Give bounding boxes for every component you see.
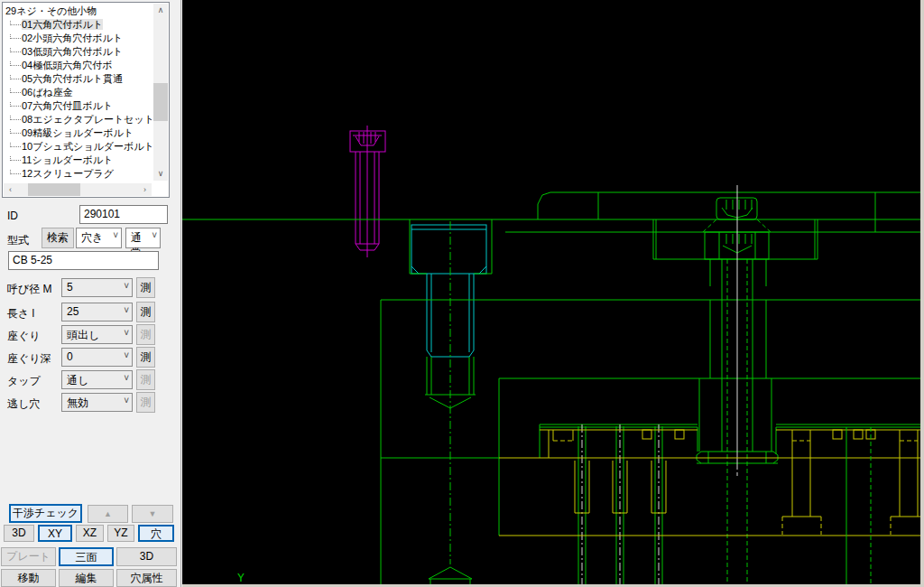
tree-branch-line [10,61,21,66]
chevron-down-icon[interactable] [124,281,129,291]
tree-item-1[interactable]: 01六角穴付ボルト [5,18,152,32]
tree-item-7[interactable]: 07六角穴付皿ボルト [5,99,152,113]
view-button-XY[interactable]: XY [38,525,72,542]
horizontal-scroll-thumb[interactable] [28,183,80,196]
chevron-down-icon[interactable] [113,230,118,240]
cad-line [411,225,486,274]
display-button-三面[interactable]: 三面 [59,547,114,566]
tree-item-label: 01六角穴付ボルト [22,19,103,30]
standard-type-select[interactable]: 通常 [125,228,161,248]
chevron-down-icon[interactable] [124,373,129,383]
id-label: ID [7,210,18,222]
tree-item-6[interactable]: 06ばね座金 [5,86,152,99]
param-select[interactable]: 0 [61,348,133,367]
cad-drawing: Y [182,0,924,587]
view-button-3D[interactable]: 3D [4,525,34,542]
cad-line [703,219,716,232]
edit-button-編集[interactable]: 編集 [59,569,114,587]
view-button-YZ[interactable]: YZ [107,525,134,542]
cad-line [411,266,419,274]
model-label: 型式 [7,233,29,248]
scroll-right-icon[interactable] [138,183,152,196]
param-select[interactable]: 通し [61,370,133,389]
param-select[interactable]: 5 [61,278,133,297]
tree-branch-line [10,116,21,120]
display-button-3D[interactable]: 3D [116,547,177,566]
view-button-XZ[interactable]: XZ [76,525,104,542]
tree-branch-line [10,75,21,79]
move-down-button[interactable]: ▼ [132,505,173,523]
tree-item-label: 29ネジ・その他小物 [5,5,97,16]
model-code-input[interactable]: CB 5-25 [8,251,159,270]
interference-check-button[interactable]: 干渉チェック [9,504,82,523]
cad-line [429,567,450,579]
measure-button[interactable]: 測 [136,347,155,368]
cad-line [757,219,771,232]
chevron-down-icon[interactable] [124,350,129,360]
chevron-down-icon[interactable] [124,396,129,405]
param-select[interactable]: 25 [61,303,133,321]
chevron-down-icon[interactable] [124,305,129,315]
tree-branch-line [10,143,21,147]
param-label: 長さ l [7,306,34,321]
parts-tree: 29ネジ・その他小物01六角穴付ボルト02小頭六角穴付ボルト03低頭六角穴付ボル… [2,2,170,198]
cad-line [469,350,474,357]
edit-button-移動[interactable]: 移動 [1,569,56,587]
param-value: 5 [67,281,73,294]
tree-item-4[interactable]: 04極低頭六角穴付ボ [5,59,152,72]
scroll-left-icon[interactable] [4,183,17,196]
tree-list: 29ネジ・その他小物01六角穴付ボルト02小頭六角穴付ボルト03低頭六角穴付ボル… [4,4,152,181]
tree-item-8[interactable]: 08エジェクタプレートセット用 [5,113,152,126]
tree-item-label: 10ブシュ式ショルダーボルト [22,141,152,152]
id-input[interactable]: 290101 [79,205,168,224]
cad-line [450,397,471,408]
move-up-button[interactable]: ▲ [88,505,128,523]
search-button[interactable]: 検索 [42,228,74,248]
tree-item-10[interactable]: 10ブシュ式ショルダーボルト [5,140,152,154]
param-select[interactable]: 頭出し [61,325,133,344]
tree-item-label: 09精級ショルダーボルト [22,127,134,138]
chevron-down-icon[interactable] [152,230,157,240]
y-axis-label: Y [237,571,245,584]
display-button-プレート[interactable]: プレート [1,547,56,566]
measure-button[interactable]: 測 [136,324,155,345]
tree-branch-line [10,129,21,134]
window-frame [920,0,924,587]
param-label: 座ぐり深 [7,351,51,367]
tree-item-label: 03低頭六角穴付ボルト [22,46,123,57]
cad-line [374,244,379,250]
tree-item-2[interactable]: 02小頭六角穴付ボルト [5,32,152,45]
vertical-scroll-thumb[interactable] [153,83,168,121]
chevron-down-icon[interactable] [124,328,129,338]
measure-button[interactable]: 測 [136,302,155,322]
param-label: タップ [7,374,41,389]
cad-line [538,192,550,219]
edit-button-穴属性[interactable]: 穴属性 [116,569,177,587]
tree-vertical-scrollbar[interactable] [153,4,168,181]
scroll-down-icon[interactable] [153,167,168,181]
param-select[interactable]: 無効 [61,393,133,412]
cad-line [675,430,684,439]
tree-item-label: 06ばね座金 [22,87,73,98]
measure-button[interactable]: 測 [136,392,155,413]
tree-item-3[interactable]: 03低頭六角穴付ボルト [5,45,152,59]
scroll-up-icon[interactable] [153,4,168,17]
hole-type-select[interactable]: 穴き [76,228,122,248]
param-label: 呼び径 M [7,282,52,297]
view-button-穴[interactable]: 穴 [138,525,174,542]
app-window: { "sidebar": { "tree": { "root": "29ネジ・そ… [0,0,924,587]
tree-branch-line [10,48,21,52]
tree-root-item[interactable]: 29ネジ・その他小物 [5,5,152,18]
tree-item-11[interactable]: 11ショルダーボルト [5,154,152,167]
cad-viewport[interactable]: Y [182,0,924,587]
cad-line [427,350,431,357]
tree-item-9[interactable]: 09精級ショルダーボルト [5,126,152,140]
measure-button[interactable]: 測 [136,369,155,390]
tree-item-12[interactable]: 12スクリュープラグ [5,167,152,181]
measure-button[interactable]: 測 [136,277,155,298]
tree-item-label: 02小頭六角穴付ボルト [22,33,123,43]
tree-horizontal-scrollbar[interactable] [4,183,152,196]
tree-branch-line [10,34,21,39]
param-label: 座ぐり [7,329,41,344]
tree-item-5[interactable]: 05六角穴付ボルト貫通 [5,72,152,86]
